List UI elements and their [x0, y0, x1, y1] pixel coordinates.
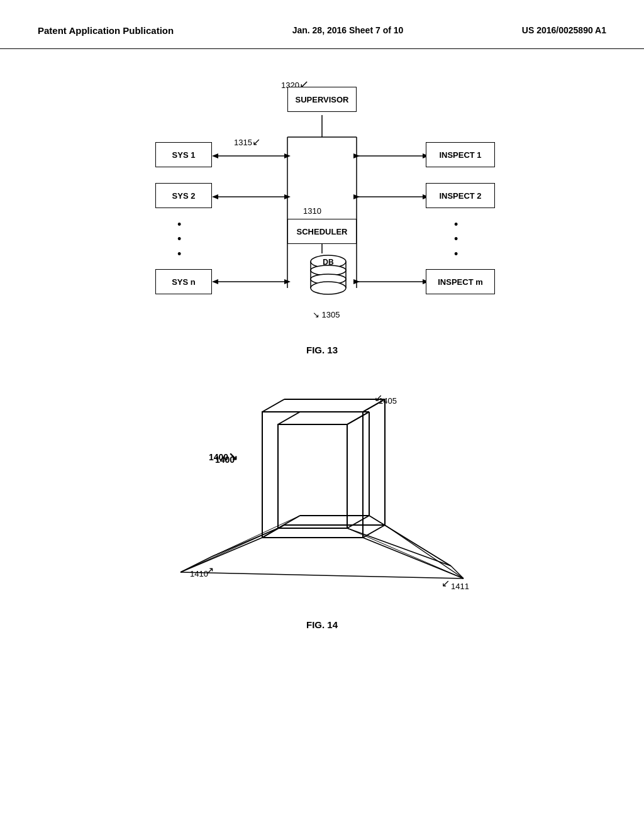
sys-dots: •••	[177, 218, 181, 262]
label-1410-arrow: ↗	[206, 565, 214, 577]
sys1-box: SYS 1	[155, 142, 212, 167]
header-right: US 2016/0025890 A1	[522, 25, 606, 36]
svg-line-35	[278, 412, 300, 424]
svg-line-59	[212, 516, 300, 556]
svg-line-42	[347, 516, 369, 528]
content: 1320↙ SUPERVISOR 1315↙ SYS 1 SYS 2 SYS n…	[0, 49, 644, 674]
page-header: Patent Application Publication Jan. 28, …	[0, 0, 644, 49]
label-1400-text: 1400↘	[209, 450, 238, 463]
fig14-diagram: 1400 1400↘ 1405 ↙ 1410 ↗ 1411 ↙	[118, 387, 526, 619]
fig13-label: FIG. 13	[306, 345, 338, 355]
db-svg: DB	[303, 250, 353, 307]
svg-marker-16	[212, 153, 218, 158]
inspectm-box: INSPECT m	[426, 269, 495, 294]
header-left: Patent Application Publication	[38, 25, 174, 36]
svg-marker-8	[284, 279, 291, 284]
svg-marker-4	[284, 153, 291, 158]
svg-line-41	[347, 412, 369, 424]
scheduler-box: SCHEDULER	[287, 219, 357, 244]
label-1405-arrow: ↙	[374, 392, 382, 404]
svg-line-48	[180, 538, 262, 572]
label-1310: 1310	[303, 206, 321, 216]
sysn-box: SYS n	[155, 269, 212, 294]
fig14-label: FIG. 14	[306, 619, 338, 630]
db-container: DB	[303, 250, 353, 309]
svg-marker-20	[353, 194, 360, 199]
svg-rect-31	[278, 424, 347, 528]
svg-marker-6	[284, 194, 291, 199]
page: Patent Application Publication Jan. 28, …	[0, 0, 644, 830]
svg-line-54	[451, 566, 464, 578]
svg-line-60	[347, 528, 464, 578]
svg-marker-19	[353, 153, 360, 158]
header-center: Jan. 28, 2016 Sheet 7 of 10	[292, 25, 404, 36]
label-1315: 1315↙	[234, 136, 260, 148]
svg-marker-17	[212, 194, 218, 199]
svg-marker-21	[353, 279, 360, 284]
label-1411-arrow: ↙	[441, 577, 450, 589]
svg-line-32	[262, 399, 284, 412]
fig13-diagram: 1320↙ SUPERVISOR 1315↙ SYS 1 SYS 2 SYS n…	[118, 74, 526, 338]
fig14-container: 1400 1400↘ 1405 ↙ 1410 ↗ 1411 ↙ FIG. 14	[38, 387, 606, 649]
svg-line-39	[363, 525, 385, 538]
inspect-dots: •••	[454, 218, 458, 262]
svg-line-46	[278, 516, 300, 528]
label-1305: ↘ 1305	[313, 310, 340, 319]
svg-point-29	[311, 282, 346, 294]
svg-marker-18	[212, 279, 218, 284]
svg-line-58	[180, 528, 278, 572]
inspect1-box: INSPECT 1	[426, 142, 495, 167]
label-1411: 1411	[451, 582, 469, 591]
inspect2-box: INSPECT 2	[426, 183, 495, 208]
supervisor-box: SUPERVISOR	[287, 87, 357, 112]
svg-line-57	[180, 572, 464, 578]
sys2-box: SYS 2	[155, 183, 212, 208]
fig13-container: 1320↙ SUPERVISOR 1315↙ SYS 1 SYS 2 SYS n…	[38, 74, 606, 374]
